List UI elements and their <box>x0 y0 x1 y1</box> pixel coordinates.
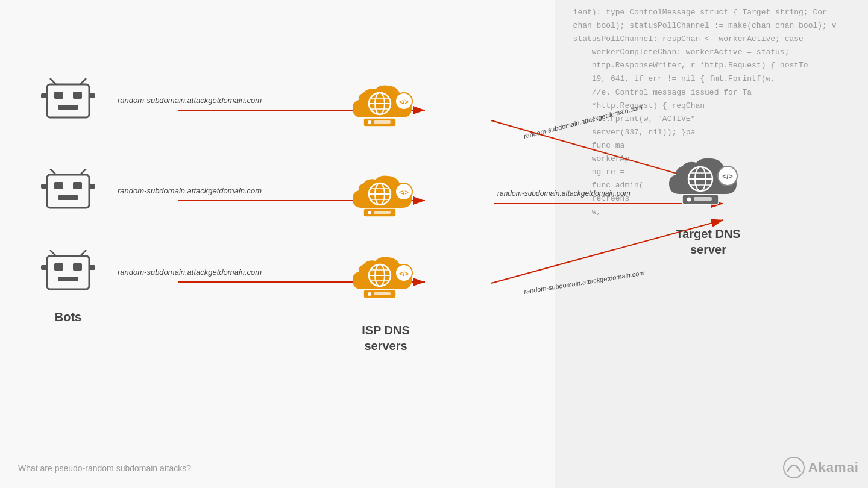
isp-dns-1: </> <box>347 78 419 135</box>
target-dns-icon: </> <box>663 151 741 213</box>
svg-text:</>: </> <box>399 98 409 105</box>
svg-rect-16 <box>41 93 47 98</box>
footer-question: What are pseudo-random subdomain attacks… <box>18 463 191 473</box>
svg-text:</>: </> <box>399 270 409 277</box>
svg-rect-27 <box>54 263 63 271</box>
svg-rect-19 <box>54 182 63 189</box>
isp-dns-2: </> <box>347 169 419 225</box>
svg-rect-17 <box>89 93 95 98</box>
svg-rect-51 <box>374 211 391 214</box>
isp-dns-label: ISP DNSservers <box>350 322 422 354</box>
svg-rect-28 <box>73 263 82 271</box>
target-dns-label: Target DNSserver <box>660 226 756 257</box>
akamai-logo: Akamai <box>782 456 859 479</box>
svg-point-70 <box>687 198 691 202</box>
svg-point-74 <box>784 457 804 478</box>
svg-rect-33 <box>89 265 95 270</box>
svg-rect-11 <box>54 92 63 99</box>
svg-rect-41 <box>374 120 391 124</box>
domain-label-3: random-subdomain.attackgetdomain.com <box>118 266 262 277</box>
svg-text:random-subdomain.attackgetdoma: random-subdomain.attackgetdomain.com <box>523 269 645 295</box>
domain-label-2: random-subdomain.attackgetdomain.com <box>118 185 262 196</box>
svg-rect-18 <box>47 175 89 208</box>
svg-rect-61 <box>374 292 391 295</box>
bot-2 <box>41 169 95 211</box>
svg-rect-26 <box>47 256 89 289</box>
bot-1 <box>41 78 95 120</box>
svg-rect-21 <box>58 195 78 200</box>
svg-text:</>: </> <box>722 172 732 181</box>
bots-label: Bots <box>41 310 95 324</box>
svg-rect-12 <box>73 92 82 99</box>
svg-rect-10 <box>47 84 89 117</box>
svg-rect-20 <box>73 182 82 189</box>
svg-rect-25 <box>89 184 95 189</box>
svg-rect-13 <box>58 105 78 110</box>
svg-rect-24 <box>41 184 47 189</box>
isp-dns-3: </> <box>347 250 419 307</box>
svg-point-50 <box>368 211 371 214</box>
svg-rect-29 <box>58 277 78 281</box>
svg-text:random-subdomain.attackgetdoma: random-subdomain.attackgetdomain.com <box>523 103 643 140</box>
svg-text:random-subdomain.attackgetdoma: random-subdomain.attackgetdomain.com <box>497 189 631 198</box>
svg-text:</>: </> <box>399 189 409 196</box>
svg-rect-32 <box>41 265 47 270</box>
svg-point-60 <box>368 292 371 296</box>
domain-label-1: random-subdomain.attackgetdomain.com <box>118 95 262 105</box>
svg-point-40 <box>368 120 371 124</box>
svg-rect-71 <box>694 197 712 201</box>
bot-3 <box>41 250 95 292</box>
